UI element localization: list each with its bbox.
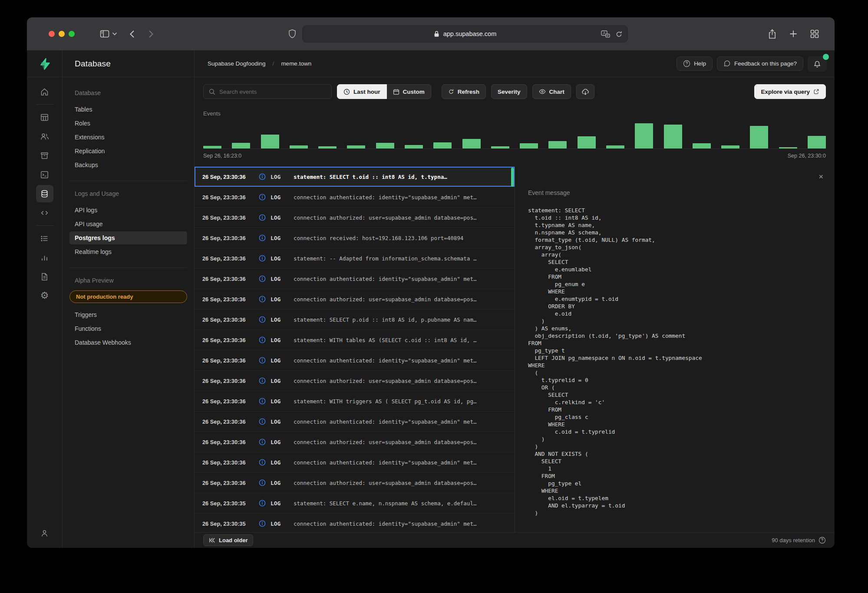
log-row[interactable]: 26 Sep, 23:30:36 LOG connection authoriz… <box>195 371 515 391</box>
nav-list-icon[interactable] <box>36 230 53 247</box>
breadcrumb-page[interactable]: meme.town <box>281 60 311 67</box>
zoom-window-button[interactable] <box>69 31 75 37</box>
search-events-box[interactable] <box>203 84 332 99</box>
log-row[interactable]: 26 Sep, 23:30:36 LOG connection authenti… <box>195 452 515 473</box>
log-row[interactable]: 26 Sep, 23:30:36 LOG connection authoriz… <box>195 208 515 228</box>
nav-table-editor-icon[interactable] <box>36 109 53 126</box>
chart-bar[interactable] <box>520 143 538 148</box>
chart-bar[interactable] <box>578 136 596 148</box>
chart-bar[interactable] <box>376 143 394 148</box>
supabase-logo[interactable] <box>27 50 63 77</box>
privacy-shield-icon[interactable] <box>288 29 296 39</box>
notifications-button[interactable] <box>808 56 827 72</box>
last-hour-button[interactable]: Last hour <box>337 84 387 99</box>
chart-bar[interactable] <box>635 123 653 148</box>
chart-bar[interactable] <box>347 145 365 148</box>
chart-bar[interactable] <box>548 141 567 148</box>
log-row[interactable]: 26 Sep, 23:30:35 LOG statement: SELECT e… <box>195 493 515 514</box>
log-row[interactable]: 26 Sep, 23:30:36 LOG connection authoriz… <box>195 432 515 452</box>
sidebar-toggle-icon[interactable] <box>100 30 109 38</box>
sidebar-item-extensions[interactable]: Extensions <box>69 131 187 144</box>
sidebar-item-api-usage[interactable]: API usage <box>69 217 187 231</box>
nav-auth-icon[interactable] <box>36 128 53 145</box>
log-row[interactable]: 26 Sep, 23:30:36 LOG connection authenti… <box>195 350 515 371</box>
log-row[interactable]: 26 Sep, 23:30:36 LOG connection authenti… <box>195 412 515 432</box>
url-bar[interactable]: app.supabase.com A <box>302 25 628 43</box>
sidebar-item-roles[interactable]: Roles <box>69 117 187 130</box>
log-row[interactable]: 26 Sep, 23:30:36 LOG statement: SELECT p… <box>195 310 515 330</box>
chart-toggle-button[interactable]: Chart <box>532 84 571 99</box>
scrollbar-thumb[interactable] <box>511 168 514 187</box>
chevron-down-icon[interactable] <box>112 32 117 36</box>
nav-reports-icon[interactable] <box>36 249 53 266</box>
chart-bar[interactable] <box>318 146 337 148</box>
tab-overview-icon[interactable] <box>810 30 819 38</box>
browser-window: app.supabase.com A <box>27 17 835 548</box>
log-row[interactable]: 26 Sep, 23:30:36 LOG statement: WITH tri… <box>195 391 515 412</box>
reload-icon[interactable] <box>615 30 623 38</box>
info-icon <box>259 214 271 221</box>
log-row[interactable]: 26 Sep, 23:30:36 LOG statement: SELECT t… <box>195 167 515 187</box>
question-circle-icon[interactable] <box>818 537 826 544</box>
nav-sql-editor-icon[interactable] <box>36 166 53 183</box>
sidebar-item-postgres-logs[interactable]: Postgres logs <box>69 231 187 244</box>
log-row[interactable]: 26 Sep, 23:30:36 LOG statement: -- Adapt… <box>195 248 515 269</box>
log-row[interactable]: 26 Sep, 23:30:36 LOG connection received… <box>195 228 515 248</box>
chart-bar[interactable] <box>203 146 221 148</box>
chart-bar[interactable] <box>606 145 624 148</box>
breadcrumb-project[interactable]: Supabase Dogfooding <box>208 60 266 67</box>
chart-bar[interactable] <box>808 136 826 148</box>
chart-bar[interactable] <box>433 142 452 148</box>
sidebar-item-triggers[interactable]: Triggers <box>69 308 187 321</box>
share-icon[interactable] <box>768 29 776 39</box>
log-row[interactable]: 26 Sep, 23:30:36 LOG connection authenti… <box>195 269 515 289</box>
explore-via-query-button[interactable]: Explore via query <box>754 84 826 99</box>
search-input[interactable] <box>219 89 326 95</box>
chart-bar[interactable] <box>491 146 509 148</box>
refresh-button[interactable]: Refresh <box>442 84 486 99</box>
sidebar-item-replication[interactable]: Replication <box>69 145 187 158</box>
feedback-button[interactable]: Feedback on this page? <box>717 56 803 71</box>
nav-edge-functions-icon[interactable] <box>36 204 53 221</box>
severity-button[interactable]: Severity <box>491 84 527 99</box>
sidebar-item-realtime-logs[interactable]: Realtime logs <box>69 245 187 258</box>
sidebar-item-functions[interactable]: Functions <box>69 322 187 335</box>
user-profile-icon[interactable] <box>36 524 53 542</box>
sidebar-item-tables[interactable]: Tables <box>69 103 187 116</box>
nav-home-icon[interactable] <box>36 83 53 100</box>
nav-settings-icon[interactable]: ⚙ <box>36 287 53 304</box>
log-row[interactable]: 26 Sep, 23:30:36 LOG statement: WITH tab… <box>195 330 515 350</box>
log-row[interactable]: 26 Sep, 23:30:35 LOG connection authenti… <box>195 514 515 532</box>
help-button[interactable]: Help <box>677 56 713 71</box>
log-message: connection authenticated: identity="supa… <box>294 521 497 527</box>
nav-database-icon[interactable] <box>36 185 53 202</box>
log-row[interactable]: 26 Sep, 23:30:36 LOG connection authenti… <box>195 187 515 208</box>
sidebar-item-database-webhooks[interactable]: Database Webhooks <box>69 336 187 349</box>
chart-bar[interactable] <box>232 143 250 148</box>
chart-bar[interactable] <box>779 147 797 148</box>
chart-bar[interactable] <box>261 135 279 148</box>
chart-bar[interactable] <box>405 145 423 148</box>
custom-range-button[interactable]: Custom <box>387 84 431 99</box>
log-row[interactable]: 26 Sep, 23:30:36 LOG connection authoriz… <box>195 473 515 493</box>
chart-bar[interactable] <box>462 139 481 148</box>
chart-bar[interactable] <box>290 145 308 148</box>
new-tab-icon[interactable] <box>789 30 797 38</box>
chart-bar[interactable] <box>750 126 768 148</box>
chart-bar[interactable] <box>721 145 739 148</box>
nav-storage-icon[interactable] <box>36 147 53 164</box>
back-button[interactable] <box>129 30 135 38</box>
load-older-button[interactable]: Load older <box>203 534 253 546</box>
chart-bar[interactable] <box>693 143 711 148</box>
translate-icon[interactable]: A <box>601 30 610 38</box>
close-window-button[interactable] <box>49 31 55 37</box>
close-icon[interactable]: × <box>818 173 823 181</box>
chart-bar[interactable] <box>664 125 682 148</box>
nav-logs-icon[interactable] <box>36 268 53 285</box>
sidebar-item-backups[interactable]: Backups <box>69 158 187 171</box>
log-row[interactable]: 26 Sep, 23:30:36 LOG connection authoriz… <box>195 289 515 310</box>
sidebar-item-api-logs[interactable]: API logs <box>69 204 187 217</box>
minimize-window-button[interactable] <box>59 31 65 37</box>
download-logs-button[interactable] <box>576 84 594 99</box>
forward-button[interactable] <box>149 30 154 38</box>
